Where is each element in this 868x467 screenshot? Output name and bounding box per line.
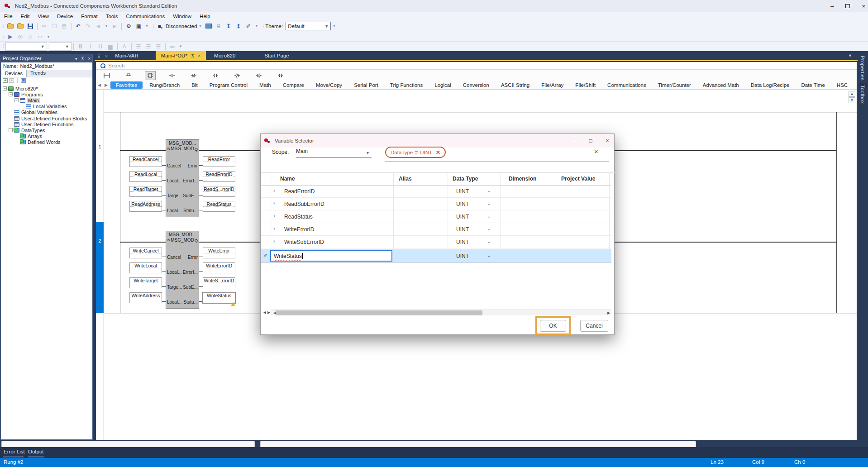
operand-box[interactable]: ReadAddress [129, 201, 162, 212]
dialog-title-bar[interactable]: Variable Selector – □ × [261, 134, 614, 148]
rung2-number[interactable]: 2 [96, 238, 104, 243]
category-data-log-recipe[interactable]: Data Log/Recipe [745, 82, 796, 88]
tree-item-udf[interactable]: User-Defined Functions [1, 121, 92, 127]
device-check-icon[interactable] [204, 22, 213, 30]
font-color-icon[interactable]: A̲ [120, 43, 129, 51]
reset-coil-icon[interactable]: R [275, 71, 286, 80]
tree-item-datatypes[interactable]: −DataTypes [1, 127, 92, 133]
pin-icon[interactable]: ⊼ [191, 53, 194, 58]
chevron-down-icon[interactable]: ⌄ [487, 226, 491, 231]
variable-edit-row[interactable]: ✎ WriteStatus UINT ⌄ [261, 249, 611, 263]
tree-item-programs[interactable]: −Programs [1, 91, 92, 97]
maximize-button[interactable]: □ [584, 134, 597, 148]
fault-warning-icon[interactable]: ⚠ [26, 33, 35, 41]
clean-icon[interactable]: ✐ [244, 22, 253, 30]
minimize-button[interactable]: – [830, 3, 834, 10]
branch-icon[interactable] [123, 71, 134, 80]
negated-coil-icon[interactable] [232, 71, 243, 80]
operand-box[interactable]: WriteS...rrorID [203, 277, 235, 288]
tab-error-list[interactable]: Error List [4, 449, 25, 454]
chevron-down-icon[interactable]: ⌄ [487, 253, 491, 258]
theme-select[interactable]: Default▼ [286, 22, 331, 30]
align-right-icon[interactable]: ☰ [154, 43, 163, 51]
function-block-icon[interactable] [145, 71, 156, 80]
list-icon[interactable]: ≔ [168, 43, 177, 51]
collapse-icon[interactable]: − [9, 92, 13, 96]
record-nav-arrows[interactable]: ◀▶ [262, 310, 272, 315]
expand-icon[interactable]: › [273, 187, 275, 194]
connection-dropdown-icon[interactable]: ▾ [199, 25, 201, 27]
menu-file[interactable]: File [0, 14, 17, 19]
operand-box[interactable]: ReadStatus [203, 201, 235, 212]
power-icon[interactable]: ◎ [16, 33, 25, 41]
tree-item-main[interactable]: −Main [1, 97, 92, 103]
operand-box[interactable]: ReadLocal [129, 171, 162, 182]
tree-item-defined-words[interactable]: Defined Words [1, 139, 92, 145]
expand-icon[interactable]: › [273, 238, 275, 244]
ok-button[interactable]: OK [540, 320, 566, 332]
connection-status-label[interactable]: Disconnected [166, 24, 197, 29]
align-left-icon[interactable]: ☰ [134, 43, 143, 51]
msg-mod-block-write[interactable]: MSG_MOD... INMSG_MODQ Cancel Local... Ta… [166, 231, 199, 309]
build-icon[interactable]: ⚙ [124, 22, 133, 30]
category-math[interactable]: Math [253, 82, 277, 88]
save-icon[interactable] [26, 22, 35, 30]
msg-mod-block-read[interactable]: MSG_MOD... INMSG_MODQ Cancel Local... Ta… [166, 139, 199, 217]
scroll-down-icon[interactable]: ▼ [849, 97, 855, 103]
set-coil-icon[interactable]: S [253, 71, 264, 80]
operand-box[interactable]: ReadErrorID [203, 171, 235, 182]
font-family-select[interactable]: ▼ [5, 42, 47, 51]
menu-tools[interactable]: Tools [102, 14, 122, 19]
clear-filter-icon[interactable]: × [594, 148, 598, 155]
font-size-select[interactable]: ▼ [49, 42, 72, 51]
variable-name-input[interactable]: WriteStatus [270, 250, 392, 262]
variable-row[interactable]: › ReadStatus UINT ⌄ [261, 210, 611, 223]
contact-icon[interactable] [167, 71, 177, 80]
category-rung-branch[interactable]: Rung/Branch [143, 82, 186, 88]
category-favorites[interactable]: Favorites [110, 81, 143, 89]
cancel-button[interactable]: Cancel [580, 320, 608, 332]
chevron-down-icon[interactable]: ⌄ [487, 214, 491, 219]
close-icon[interactable]: × [88, 56, 91, 61]
operand-box[interactable]: WriteAddress [129, 292, 162, 303]
operand-box-writestatus[interactable]: WriteStatus [203, 292, 235, 303]
operand-box[interactable]: WriteTarget [129, 277, 162, 288]
add-device-icon[interactable]: + [3, 78, 8, 83]
menu-view[interactable]: View [33, 14, 53, 19]
operand-box[interactable]: ReadS...rrorID [203, 186, 235, 197]
collapse-icon[interactable]: − [9, 128, 13, 132]
tab-toolbox[interactable]: Toolbox [860, 85, 865, 104]
toolbar-overflow-icon[interactable]: ▾ [333, 25, 335, 27]
step-icon[interactable]: ↦ [36, 33, 45, 41]
chevron-down-icon[interactable]: ⌄ [487, 239, 491, 244]
variable-row[interactable]: › ReadErrorID UINT ⌄ [261, 185, 611, 198]
category-program-control[interactable]: Program Control [204, 82, 253, 88]
category-ascii-string[interactable]: ASCII String [495, 82, 535, 88]
operand-box[interactable]: WriteLocal [129, 262, 162, 273]
tab-start-page[interactable]: Start Page [259, 51, 294, 60]
menu-help[interactable]: Help [196, 14, 215, 19]
operand-box[interactable]: WriteCancel [129, 248, 162, 258]
toolbar-overflow-icon[interactable]: ▾ [180, 45, 182, 48]
remove-filter-icon[interactable]: ✕ [436, 149, 440, 156]
undo-icon[interactable]: ↶ [74, 22, 83, 30]
tab-micro820[interactable]: Micro820 [209, 51, 241, 60]
coil-icon[interactable] [210, 71, 221, 80]
tree-item-udfb[interactable]: User-Defined Function Blocks [1, 115, 92, 121]
copy-icon[interactable]: ❐ [50, 22, 59, 30]
tree-item-local-variables[interactable]: Local Variables [1, 104, 92, 110]
tab-properties[interactable]: Properties [860, 56, 865, 81]
expand-icon[interactable]: › [273, 213, 275, 219]
variable-row[interactable]: › WriteSubErrorID UINT ⌄ [261, 236, 611, 248]
menu-device[interactable]: Device [53, 14, 77, 19]
open-project-icon[interactable] [16, 22, 25, 30]
column-header-data-type[interactable]: Data Type [453, 176, 478, 182]
new-project-icon[interactable] [6, 22, 15, 30]
expand-tree-icon[interactable]: ⊞ [21, 78, 26, 83]
operand-box[interactable]: ReadError [203, 156, 235, 167]
column-header-alias[interactable]: Alias [399, 176, 412, 182]
cut-icon[interactable]: ✂ [40, 22, 49, 30]
datatype-filter-chip[interactable]: DataType ⊇ UINT ✕ [385, 147, 446, 158]
menu-format[interactable]: Format [77, 14, 101, 19]
tab-main-var[interactable]: Main-VAR [110, 51, 144, 60]
